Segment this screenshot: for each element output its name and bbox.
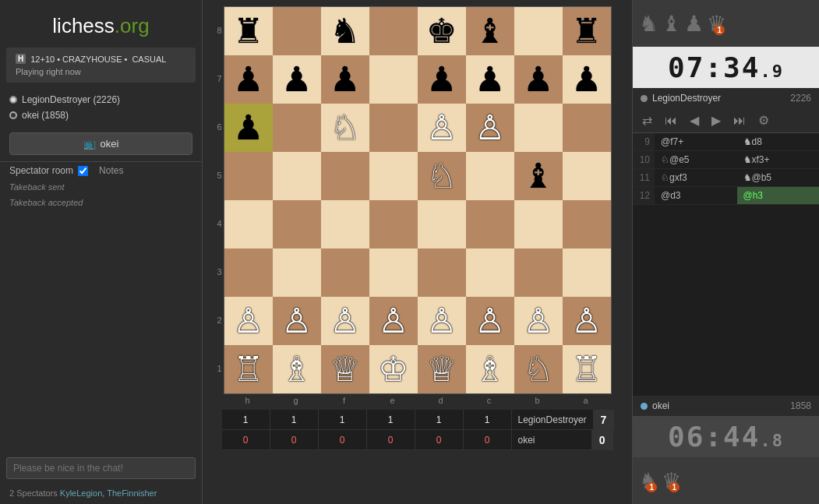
square[interactable] xyxy=(563,200,611,248)
square[interactable]: ♙ xyxy=(418,104,466,152)
square[interactable]: ♟ xyxy=(563,55,611,104)
chess-board[interactable]: ♜♞♚♝♜♟♟♟♟♟♟♟♟♘♙♙♘♝♙♙♙♙♙♙♙♙♖♗♕♔♕♗♘♖ xyxy=(224,6,612,394)
square[interactable]: ♕ xyxy=(418,345,466,393)
square[interactable]: ♟ xyxy=(418,55,466,104)
square[interactable] xyxy=(321,200,369,248)
square[interactable]: ♙ xyxy=(369,297,418,345)
square[interactable] xyxy=(273,104,321,152)
square[interactable]: ♝ xyxy=(466,7,514,55)
move-white[interactable]: @d3 xyxy=(655,187,737,204)
square[interactable] xyxy=(418,200,466,248)
tv-button[interactable]: 📺 okei xyxy=(9,132,192,155)
square[interactable]: ♙ xyxy=(466,297,514,345)
move-black[interactable]: ♞d8 xyxy=(737,133,820,150)
square[interactable]: ♚ xyxy=(418,7,466,55)
piece: ♘ xyxy=(426,159,457,193)
capture-badge: 1 xyxy=(714,25,725,35)
square[interactable]: ♟ xyxy=(224,104,273,152)
square[interactable]: ♟ xyxy=(321,55,369,104)
square[interactable]: ♟ xyxy=(273,55,321,104)
settings-button[interactable]: ⚙ xyxy=(755,111,772,129)
last-move-button[interactable]: ⏭ xyxy=(730,112,749,129)
captured-slot: ♞1 xyxy=(639,468,658,494)
square[interactable]: ♔ xyxy=(369,345,418,393)
player-dot-white xyxy=(9,96,17,104)
square[interactable]: ♜ xyxy=(224,7,273,55)
square[interactable]: ♟ xyxy=(514,55,563,104)
next-move-button[interactable]: ▶ xyxy=(708,111,724,129)
square[interactable]: ♗ xyxy=(273,345,321,393)
square[interactable] xyxy=(273,248,321,297)
square[interactable] xyxy=(514,104,563,152)
rank-label: 5 xyxy=(211,151,222,199)
move-white[interactable]: ♘@e5 xyxy=(655,151,737,168)
square[interactable]: ♟ xyxy=(466,55,514,104)
chat-input[interactable] xyxy=(6,457,196,479)
square[interactable] xyxy=(224,248,273,297)
square[interactable]: ♘ xyxy=(514,345,563,393)
spectator-count: 2 Spectators xyxy=(9,488,58,498)
move-black[interactable]: ♞xf3+ xyxy=(737,151,820,168)
move-black[interactable]: @h3 xyxy=(737,187,820,204)
square[interactable] xyxy=(273,200,321,248)
file-label: d xyxy=(417,396,465,405)
square[interactable] xyxy=(273,152,321,200)
square[interactable]: ♖ xyxy=(563,345,611,393)
square[interactable]: ♝ xyxy=(514,152,563,200)
square[interactable]: ♜ xyxy=(563,7,611,55)
square[interactable] xyxy=(563,104,611,152)
spectator-checkbox[interactable] xyxy=(78,166,88,176)
rank-label: 6 xyxy=(211,103,222,151)
square[interactable]: ♞ xyxy=(321,7,369,55)
captured-bottom: ♞1♛1 xyxy=(633,457,819,504)
square[interactable] xyxy=(514,7,563,55)
move-white[interactable]: @f7+ xyxy=(655,133,737,150)
square[interactable]: ♙ xyxy=(563,297,611,345)
square[interactable] xyxy=(321,248,369,297)
move-black[interactable]: ♞@b5 xyxy=(737,169,820,186)
square[interactable] xyxy=(369,200,418,248)
move-white[interactable]: ♘gxf3 xyxy=(655,169,737,186)
square[interactable] xyxy=(224,200,273,248)
square[interactable]: ♗ xyxy=(466,345,514,393)
spectator-room-label: Spectator room xyxy=(9,165,73,176)
square[interactable]: ♙ xyxy=(418,297,466,345)
square[interactable]: ♟ xyxy=(224,55,273,104)
square[interactable] xyxy=(466,248,514,297)
player-bottom-rating: 1858 xyxy=(790,400,811,411)
prev-move-button[interactable]: ◀ xyxy=(687,111,702,129)
square[interactable]: ♙ xyxy=(273,297,321,345)
spectator-names[interactable]: KyleLegion, TheFinnisher xyxy=(60,488,157,498)
square[interactable]: ♘ xyxy=(321,104,369,152)
square[interactable] xyxy=(466,152,514,200)
score-row: 000000okei0 xyxy=(222,430,613,450)
square[interactable] xyxy=(466,200,514,248)
square[interactable] xyxy=(563,152,611,200)
square[interactable]: ♖ xyxy=(224,345,273,393)
square[interactable] xyxy=(369,55,418,104)
timer-bottom: 06:44.8 xyxy=(633,416,819,457)
square[interactable] xyxy=(369,7,418,55)
square[interactable]: ♙ xyxy=(466,104,514,152)
square[interactable] xyxy=(418,248,466,297)
notes-tab[interactable]: Notes xyxy=(99,165,123,176)
square[interactable]: ♙ xyxy=(321,297,369,345)
square[interactable]: ♙ xyxy=(224,297,273,345)
square[interactable] xyxy=(369,248,418,297)
square[interactable]: ♕ xyxy=(321,345,369,393)
square[interactable] xyxy=(321,152,369,200)
square[interactable]: ♘ xyxy=(418,152,466,200)
square[interactable]: ♙ xyxy=(514,297,563,345)
game-status: Playing right now xyxy=(16,67,186,76)
file-label: h xyxy=(224,396,272,405)
square[interactable] xyxy=(514,248,563,297)
move-number: 9 xyxy=(633,133,655,150)
square[interactable] xyxy=(273,7,321,55)
square[interactable] xyxy=(369,152,418,200)
square[interactable] xyxy=(563,248,611,297)
square[interactable] xyxy=(514,200,563,248)
square[interactable] xyxy=(369,104,418,152)
first-move-button[interactable]: ⏮ xyxy=(662,112,680,129)
flip-button[interactable]: ⇄ xyxy=(639,111,655,129)
square[interactable] xyxy=(224,152,273,200)
